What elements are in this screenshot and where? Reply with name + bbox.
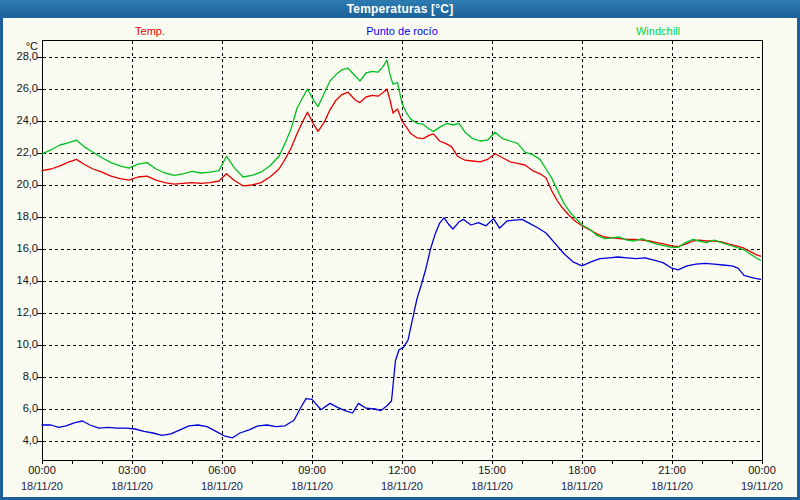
y-tick-label: 12,0 (0, 306, 38, 318)
y-tick-label: 18,0 (0, 210, 38, 222)
x-tick-time-label: 03:00 (102, 464, 162, 476)
y-tick-label: 28,0 (0, 50, 38, 62)
x-tick-time-label: 18:00 (552, 464, 612, 476)
x-tick-date-label: 18/11/20 (369, 480, 435, 492)
x-tick-date-label: 18/11/20 (459, 480, 525, 492)
x-tick-time-label: 12:00 (372, 464, 432, 476)
plot-svg (0, 0, 800, 500)
x-tick-date-label: 18/11/20 (639, 480, 705, 492)
x-tick-date-label: 19/11/20 (729, 480, 795, 492)
x-tick-date-label: 18/11/20 (9, 480, 75, 492)
x-tick-time-label: 00:00 (12, 464, 72, 476)
y-tick-label: 4,0 (0, 434, 38, 446)
x-tick-time-label: 15:00 (462, 464, 522, 476)
y-tick-label: 14,0 (0, 274, 38, 286)
x-tick-time-label: 06:00 (192, 464, 252, 476)
series-line-windchill (42, 60, 761, 260)
x-tick-date-label: 18/11/20 (549, 480, 615, 492)
y-tick-label: 10,0 (0, 338, 38, 350)
x-tick-date-label: 18/11/20 (279, 480, 345, 492)
x-tick-time-label: 09:00 (282, 464, 342, 476)
x-tick-time-label: 00:00 (732, 464, 792, 476)
series-line-temp- (42, 89, 761, 256)
y-tick-label: 16,0 (0, 242, 38, 254)
y-tick-label: 22,0 (0, 146, 38, 158)
x-tick-date-label: 18/11/20 (99, 480, 165, 492)
y-tick-label: 26,0 (0, 82, 38, 94)
y-tick-label: 24,0 (0, 114, 38, 126)
series-line-punto-de-roc-o (42, 218, 761, 438)
x-tick-date-label: 18/11/20 (189, 480, 255, 492)
y-tick-label: 20,0 (0, 178, 38, 190)
y-tick-label: 6,0 (0, 402, 38, 414)
y-tick-label: 8,0 (0, 370, 38, 382)
app-window: Temperaturas [°C] Temp.Punto de rocíoWin… (0, 0, 800, 500)
x-tick-time-label: 21:00 (642, 464, 702, 476)
